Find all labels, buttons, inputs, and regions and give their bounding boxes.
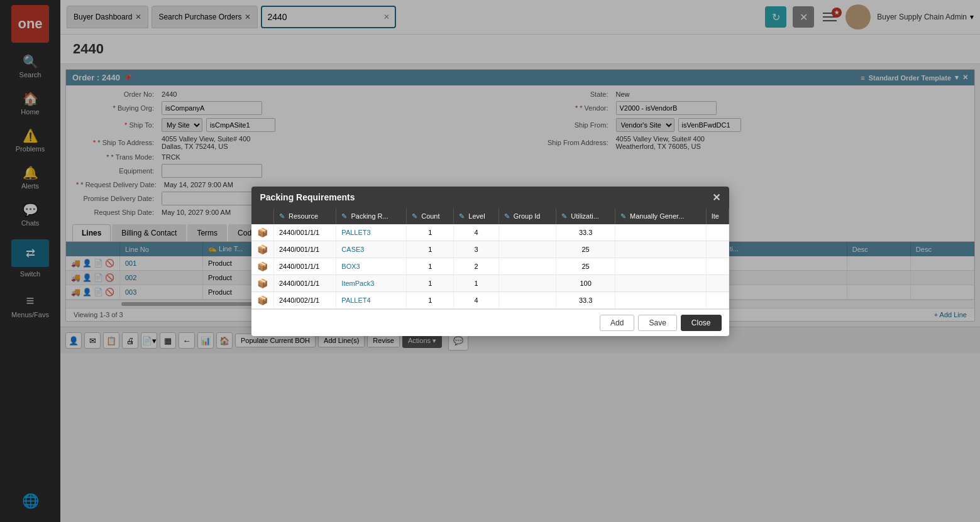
packing-cell-4[interactable]: ItemPack3 [336, 275, 407, 291]
box-icon: 📦 [257, 295, 268, 305]
row-action-icon-4[interactable]: 📦 [251, 275, 274, 291]
col-resource-header[interactable]: ✎ Resource [274, 209, 336, 224]
row-action-icon-1[interactable]: 📦 [251, 224, 274, 241]
count-cell-1: 1 [407, 224, 454, 241]
count-cell-5: 1 [407, 291, 454, 308]
ite-cell-5 [706, 291, 729, 308]
level-cell-3: 2 [454, 258, 498, 275]
col-level-header[interactable]: ✎ Level [454, 209, 498, 224]
close-modal-button[interactable]: Close [681, 315, 722, 331]
manually-cell-1 [615, 224, 707, 241]
count-cell-4: 1 [407, 275, 454, 291]
packing-cell-1[interactable]: PALLET3 [336, 224, 407, 241]
ite-cell-3 [706, 258, 729, 275]
modal-overlay: Packing Requirements ✕ ✎ Resource ✎ [0, 0, 980, 522]
level-cell-5: 4 [454, 291, 498, 308]
manually-cell-4 [615, 275, 707, 291]
manually-cell-2 [615, 241, 707, 258]
ite-cell-2 [706, 241, 729, 258]
col-ite-header[interactable]: Ite [706, 209, 729, 224]
manually-cell-3 [615, 258, 707, 275]
packing-requirements-modal: Packing Requirements ✕ ✎ Resource ✎ [251, 187, 729, 336]
modal-table-row: 📦 2440/001/1/1 PALLET3 1 4 33.3 [251, 224, 729, 241]
edit-icon: ✎ [341, 212, 347, 220]
col-count-header[interactable]: ✎ Count [407, 209, 454, 224]
col-manually-header[interactable]: ✎ Manually Gener... [615, 209, 707, 224]
packing-link-5[interactable]: PALLET4 [341, 296, 370, 304]
box-icon: 📦 [257, 261, 268, 271]
resource-cell-4: 2440/001/1/1 [274, 275, 336, 291]
group-cell-1 [498, 224, 556, 241]
group-cell-5 [498, 291, 556, 308]
save-button[interactable]: Save [638, 315, 676, 331]
row-action-icon-2[interactable]: 📦 [251, 241, 274, 258]
modal-table-row: 📦 2440/002/1/1 PALLET4 1 4 33.3 [251, 291, 729, 308]
count-cell-2: 1 [407, 241, 454, 258]
resource-cell-2: 2440/001/1/1 [274, 241, 336, 258]
resource-cell-5: 2440/002/1/1 [274, 291, 336, 308]
util-cell-5: 33.3 [556, 291, 615, 308]
util-cell-2: 25 [556, 241, 615, 258]
edit-icon: ✎ [504, 212, 510, 220]
col-row-icon [251, 209, 274, 224]
count-cell-3: 1 [407, 258, 454, 275]
modal-footer: Add Save Close [251, 309, 729, 336]
packing-cell-2[interactable]: CASE3 [336, 241, 407, 258]
modal-table-wrapper: ✎ Resource ✎ Packing R... ✎ Count [251, 209, 729, 309]
modal-table-row: 📦 2440/001/1/1 CASE3 1 3 25 [251, 241, 729, 258]
group-cell-2 [498, 241, 556, 258]
modal-table-row: 📦 2440/001/1/1 ItemPack3 1 1 100 [251, 275, 729, 291]
util-cell-4: 100 [556, 275, 615, 291]
manually-cell-5 [615, 291, 707, 308]
box-icon: 📦 [257, 227, 268, 237]
modal-body: ✎ Resource ✎ Packing R... ✎ Count [251, 209, 729, 309]
ite-cell-4 [706, 275, 729, 291]
resource-cell-1: 2440/001/1/1 [274, 224, 336, 241]
group-cell-4 [498, 275, 556, 291]
box-icon: 📦 [257, 278, 268, 288]
edit-icon: ✎ [459, 212, 465, 220]
modal-header: Packing Requirements ✕ [251, 187, 729, 209]
util-cell-1: 33.3 [556, 224, 615, 241]
modal-table: ✎ Resource ✎ Packing R... ✎ Count [251, 209, 729, 309]
modal-title: Packing Requirements [260, 192, 355, 202]
box-icon: 📦 [257, 244, 268, 254]
level-cell-4: 1 [454, 275, 498, 291]
modal-table-row: 📦 2440/001/1/1 BOX3 1 2 25 [251, 258, 729, 275]
resource-cell-3: 2440/001/1/1 [274, 258, 336, 275]
packing-link-3[interactable]: BOX3 [341, 263, 360, 270]
level-cell-2: 3 [454, 241, 498, 258]
packing-cell-5[interactable]: PALLET4 [336, 291, 407, 308]
level-cell-1: 4 [454, 224, 498, 241]
col-packing-header[interactable]: ✎ Packing R... [336, 209, 407, 224]
modal-close-button[interactable]: ✕ [712, 192, 720, 204]
edit-icon: ✎ [561, 212, 567, 220]
packing-link-1[interactable]: PALLET3 [341, 229, 370, 236]
packing-cell-3[interactable]: BOX3 [336, 258, 407, 275]
edit-icon: ✎ [620, 212, 626, 220]
edit-icon: ✎ [412, 212, 417, 220]
col-group-header[interactable]: ✎ Group Id [498, 209, 556, 224]
row-action-icon-5[interactable]: 📦 [251, 291, 274, 308]
add-button[interactable]: Add [600, 315, 634, 331]
packing-link-2[interactable]: CASE3 [341, 246, 364, 253]
packing-link-4[interactable]: ItemPack3 [341, 280, 374, 287]
row-action-icon-3[interactable]: 📦 [251, 258, 274, 275]
col-util-header[interactable]: ✎ Utilizati... [556, 209, 615, 224]
edit-icon: ✎ [279, 212, 285, 220]
util-cell-3: 25 [556, 258, 615, 275]
group-cell-3 [498, 258, 556, 275]
ite-cell-1 [706, 224, 729, 241]
